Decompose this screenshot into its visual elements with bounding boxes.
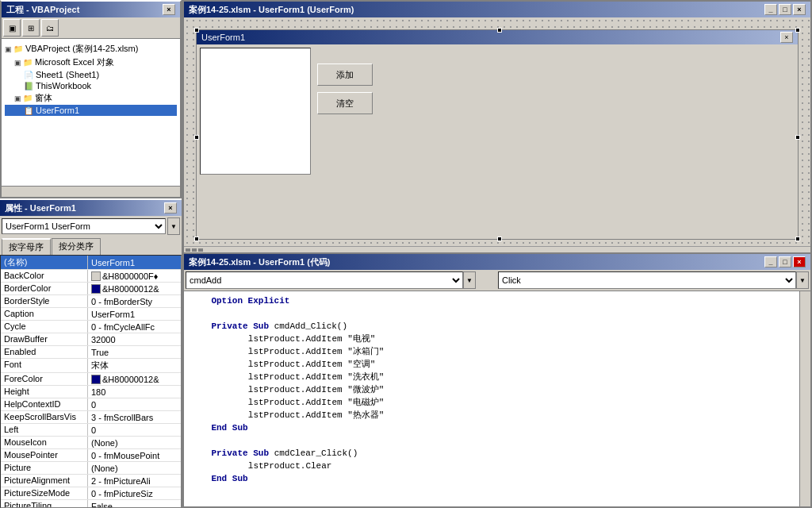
prop-label-drawbuffer: DrawBuffer (1, 333, 88, 345)
handle-br[interactable] (795, 237, 800, 241)
tree-sheet1[interactable]: 📄 Sheet1 (Sheet1) (5, 69, 177, 80)
prop-label-keepscroll: KeepScrollBarsVis (1, 411, 88, 423)
code-event-select[interactable]: Click (498, 271, 796, 289)
tree-sheet1-label: Sheet1 (Sheet1) (36, 70, 99, 79)
prop-row-borderstyle[interactable]: BorderStyle 0 - fmBorderSty (1, 295, 181, 308)
handle-mr[interactable] (795, 135, 800, 140)
properties-close-btn[interactable]: × (164, 202, 177, 214)
code-object-dropdown[interactable]: ▼ (463, 271, 476, 289)
btn-clear[interactable]: 清空 (317, 92, 373, 114)
handle-tc[interactable] (497, 28, 502, 33)
code-close-btn[interactable]: × (793, 256, 806, 267)
toolbar-btn-3[interactable]: 🗂 (41, 19, 59, 37)
toolbar-btn-1[interactable]: ▣ (3, 19, 21, 37)
prop-row-drawbuffer[interactable]: DrawBuffer 32000 (1, 333, 181, 346)
code-editor-title: 案例14-25.xlsm - UserForm1 (代码) (189, 256, 331, 268)
btn-add[interactable]: 添加 (317, 64, 373, 86)
edge-handle-1[interactable] (186, 248, 190, 252)
code-object-select[interactable]: cmdAdd (186, 271, 463, 289)
code-line-8: lstProduct.AddItem "电磁炉" (190, 396, 793, 409)
edge-handle-2[interactable] (192, 248, 197, 252)
prop-value-enabled: True (88, 346, 181, 358)
prop-row-enabled[interactable]: Enabled True (1, 346, 181, 359)
tree-root[interactable]: ▣ 📁 VBAProject (案例14-25.xlsm) (5, 42, 177, 56)
handle-ml[interactable] (194, 135, 199, 140)
prop-row-left[interactable]: Left 0 (1, 424, 181, 437)
prop-row-mousepointer[interactable]: MousePointer 0 - fmMousePoint (1, 449, 181, 462)
prop-row-bordercolor[interactable]: BorderColor &H80000012& (1, 283, 181, 295)
prop-row-height[interactable]: Height 180 (1, 386, 181, 398)
properties-object-row: UserForm1 UserForm ▼ (0, 216, 182, 237)
prop-row-picturetiling[interactable]: PictureTiling False (1, 500, 181, 508)
prop-row-font[interactable]: Font 宋体 (1, 359, 181, 373)
prop-row-helpcontext[interactable]: HelpContextID 0 (1, 398, 181, 411)
code-minimize-btn[interactable]: _ (764, 256, 777, 267)
prop-row-backcolor[interactable]: BackColor &H8000000F♦ (1, 270, 181, 283)
bordercolor-box (91, 284, 101, 294)
prop-row-caption[interactable]: Caption UserForm1 (1, 308, 181, 321)
prop-label-forecolor: ForeColor (1, 373, 88, 385)
properties-object-select[interactable]: UserForm1 UserForm (2, 218, 166, 234)
prop-value-forecolor: &H80000012& (88, 373, 181, 385)
form-designer-minimize[interactable]: _ (764, 4, 777, 15)
handle-tr[interactable] (795, 28, 800, 33)
prop-value-caption: UserForm1 (88, 308, 181, 320)
workbook-icon: 📗 (24, 82, 33, 90)
edge-handle-3[interactable] (198, 248, 203, 252)
prop-value-helpcontext: 0 (88, 398, 181, 410)
prop-row-picturealign[interactable]: PictureAlignment 2 - fmPictureAli (1, 475, 181, 487)
prop-row-mouseicon[interactable]: MouseIcon (None) (1, 437, 181, 449)
tab-categorical[interactable]: 按分类序 (52, 238, 101, 255)
handle-bc[interactable] (497, 237, 502, 241)
prop-row-cycle[interactable]: Cycle 0 - fmCycleAllFc (1, 321, 181, 333)
expand-forms: ▣ (14, 94, 21, 102)
tree-thisworkbook[interactable]: 📗 ThisWorkbook (5, 80, 177, 91)
prop-value-name: UserForm1 (88, 256, 181, 269)
prop-label-font: Font (1, 359, 88, 372)
code-combo-left-wrapper: cmdAdd ▼ (186, 271, 496, 289)
prop-value-mouseicon: (None) (88, 437, 181, 448)
listbox-product[interactable] (200, 48, 311, 175)
tab-alphabetical[interactable]: 按字母序 (2, 238, 51, 255)
userform-close-btn[interactable]: × (780, 32, 793, 43)
prop-label-bordercolor: BorderColor (1, 283, 88, 294)
prop-value-picturetiling: False (88, 500, 181, 508)
handle-tl[interactable] (194, 28, 199, 33)
code-line-blank2 (190, 434, 793, 447)
right-panel: 案例14-25.xlsm - UserForm1 (UserForm) _ □ … (182, 0, 812, 508)
prop-row-name[interactable]: (名称) UserForm1 (1, 256, 181, 270)
code-line-blank1 (190, 307, 793, 320)
userform-container[interactable]: UserForm1 × 添加 清空 (196, 29, 799, 240)
prop-value-borderstyle: 0 - fmBorderSty (88, 295, 181, 307)
code-maximize-btn[interactable]: □ (779, 256, 791, 267)
form-designer-maximize[interactable]: □ (779, 4, 791, 15)
code-line-1: Option Explicit (190, 294, 793, 307)
handle-bl[interactable] (194, 237, 199, 241)
prop-value-cycle: 0 - fmCycleAllFc (88, 321, 181, 333)
toolbar-btn-2[interactable]: ⊞ (22, 19, 40, 37)
code-event-dropdown[interactable]: ▼ (796, 271, 809, 289)
project-hscrollbar[interactable] (2, 186, 180, 197)
prop-label-name: (名称) (1, 256, 88, 269)
prop-value-keepscroll: 3 - fmScrollBars (88, 411, 181, 423)
code-line-endsub2: End Sub (190, 472, 793, 485)
form-designer-close[interactable]: × (793, 4, 806, 15)
vba-close-btn[interactable]: × (163, 4, 175, 15)
code-vscrollbar[interactable] (799, 291, 810, 506)
prop-value-picture: (None) (88, 462, 181, 474)
code-editor-text[interactable]: Option Explicit Private Sub cmdAdd_Click… (184, 291, 799, 506)
prop-row-forecolor[interactable]: ForeColor &H80000012& (1, 373, 181, 386)
tree-forms-folder[interactable]: ▣ 📁 窗体 (5, 91, 177, 105)
tree-excel-objects[interactable]: ▣ 📁 Microsoft Excel 对象 (5, 56, 177, 69)
vba-toolbar: ▣ ⊞ 🗂 (2, 17, 180, 39)
form-designer-title: 案例14-25.xlsm - UserForm1 (UserForm) (189, 4, 354, 16)
vba-project-title: 工程 - VBAProject (6, 4, 79, 16)
tree-userform1[interactable]: 📋 UserForm1 (5, 105, 177, 116)
prop-row-picturesize[interactable]: PictureSizeMode 0 - fmPictureSiz (1, 487, 181, 500)
properties-panel: 属性 - UserForm1 × UserForm1 UserForm ▼ 按字… (0, 198, 182, 508)
properties-object-dropdown[interactable]: ▼ (167, 217, 180, 235)
form-designer-title-bar: 案例14-25.xlsm - UserForm1 (UserForm) _ □ … (184, 2, 810, 17)
prop-row-keepscroll[interactable]: KeepScrollBarsVis 3 - fmScrollBars (1, 411, 181, 424)
prop-value-bordercolor: &H80000012& (88, 283, 181, 294)
prop-row-picture[interactable]: Picture (None) (1, 462, 181, 475)
